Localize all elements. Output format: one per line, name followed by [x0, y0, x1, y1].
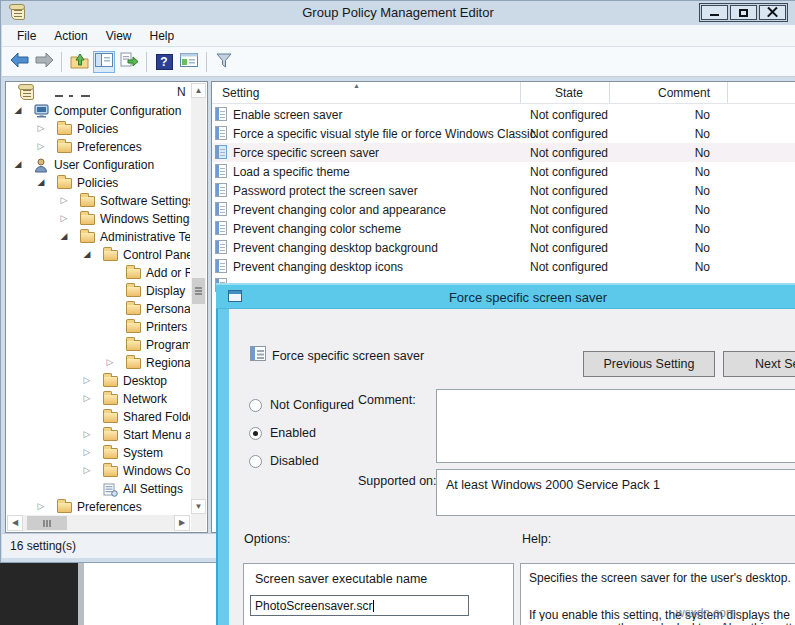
expander-collapsed-icon[interactable]: ▷ [82, 465, 92, 475]
vertical-scroll-thumb[interactable] [192, 278, 205, 304]
back-button[interactable] [8, 51, 30, 73]
column-divider[interactable] [727, 82, 728, 103]
tree-item-preferences[interactable]: ▷Preferences [7, 498, 190, 514]
menu-view[interactable]: View [97, 27, 141, 45]
table-row[interactable]: Prevent changing color schemeNot configu… [212, 219, 795, 238]
column-header-setting[interactable]: Setting [222, 86, 259, 100]
tree-vertical-scrollbar[interactable]: ▲ ▼ [191, 83, 206, 514]
tree-item-administrative-te[interactable]: ◢Administrative Te [7, 228, 190, 246]
scroll-left-arrow-icon[interactable]: ◀ [7, 515, 23, 531]
state-cell: Not configured [530, 184, 608, 198]
forward-button[interactable] [33, 51, 55, 73]
show-window-button[interactable] [178, 51, 200, 73]
policy-setting-icon [215, 107, 227, 121]
comment-cell: No [652, 165, 710, 179]
tree-root-node-clipped[interactable]: N [7, 84, 190, 101]
tree-item-windows-settings[interactable]: ▷Windows Settings [7, 210, 190, 228]
help-button[interactable]: ? [153, 51, 175, 73]
column-header-comment[interactable]: Comment [652, 86, 710, 100]
menu-file[interactable]: File [8, 27, 45, 45]
expander-collapsed-icon[interactable]: ▷ [82, 393, 92, 403]
tree-item-start-menu-an[interactable]: ▷Start Menu an [7, 426, 190, 444]
tree-item-system[interactable]: ▷System [7, 444, 190, 462]
console-tree-pane: N ◢Computer Configuration▷Policies▷Prefe… [5, 81, 208, 533]
expander-expanded-icon[interactable]: ◢ [13, 159, 23, 169]
menu-help[interactable]: Help [141, 27, 184, 45]
column-header-state[interactable]: State [555, 86, 583, 100]
tree-item-shared-folder[interactable]: Shared Folder [7, 408, 190, 426]
up-one-level-button[interactable] [68, 51, 90, 73]
expander-collapsed-icon[interactable]: ▷ [105, 357, 115, 367]
table-row[interactable]: Enable screen saverNot configuredNo [212, 105, 795, 124]
tree-item-printers[interactable]: Printers [7, 318, 190, 336]
table-row[interactable]: Prevent changing desktop iconsNot config… [212, 257, 795, 276]
expander-collapsed-icon[interactable]: ▷ [59, 213, 69, 223]
table-row[interactable]: Prevent changing color and appearanceNot… [212, 200, 795, 219]
expander-collapsed-icon[interactable]: ▷ [36, 123, 46, 133]
force-screen-saver-dialog: Force specific screen saver Force specif… [216, 283, 795, 625]
table-row[interactable]: Force specific screen saverNot configure… [212, 143, 795, 162]
expander-collapsed-icon[interactable]: ▷ [82, 375, 92, 385]
radio-enabled[interactable]: Enabled [249, 425, 316, 441]
tree-item-label: Policies [77, 122, 118, 136]
tree-item-all-settings[interactable]: All Settings [7, 480, 190, 498]
export-list-button[interactable] [118, 51, 140, 73]
tree-item-add-or-re[interactable]: Add or Re [7, 264, 190, 282]
tree-item-network[interactable]: ▷Network [7, 390, 190, 408]
tree-item-display[interactable]: Display [7, 282, 190, 300]
help-panel[interactable]: Specifies the screen saver for the user'… [520, 563, 795, 625]
radio-not-configured[interactable]: Not Configured [249, 397, 354, 413]
tree-item-software-settings[interactable]: ▷Software Settings [7, 192, 190, 210]
tree-item-computer-configuration[interactable]: ◢Computer Configuration [7, 102, 190, 120]
tree-item-regional-a[interactable]: ▷Regional a [7, 354, 190, 372]
minimize-button[interactable] [701, 5, 728, 20]
column-divider[interactable] [520, 82, 521, 103]
expander-collapsed-icon[interactable]: ▷ [36, 501, 46, 511]
tree-item-policies[interactable]: ◢Policies [7, 174, 190, 192]
title-bar[interactable]: Group Policy Management Editor [1, 1, 795, 25]
radio-button-icon[interactable] [249, 427, 262, 440]
tree-item-windows-con[interactable]: ▷Windows Con [7, 462, 190, 480]
comment-textarea[interactable] [436, 389, 795, 463]
dialog-title-bar[interactable]: Force specific screen saver [216, 285, 795, 309]
table-row[interactable]: Prevent changing desktop backgroundNot c… [212, 238, 795, 257]
expander-expanded-icon[interactable]: ◢ [59, 231, 69, 241]
tree-item-user-configuration[interactable]: ◢User Configuration [7, 156, 190, 174]
tree-item-desktop[interactable]: ▷Desktop [7, 372, 190, 390]
table-row[interactable]: Load a specific themeNot configuredNo [212, 162, 795, 181]
maximize-button[interactable] [730, 5, 757, 20]
expander-expanded-icon[interactable]: ◢ [82, 249, 92, 259]
tree-item-control-panel[interactable]: ◢Control Panel [7, 246, 190, 264]
state-cell: Not configured [530, 146, 608, 160]
column-divider[interactable] [609, 82, 610, 103]
tree-horizontal-scrollbar[interactable]: ◀ ▶ [7, 515, 190, 531]
tree-item-preferences[interactable]: ▷Preferences [7, 138, 190, 156]
tree-item-programs[interactable]: Programs [7, 336, 190, 354]
screensaver-executable-input[interactable]: PhotoScreensaver.scr [250, 595, 469, 616]
next-setting-button[interactable]: Next Setting [723, 351, 795, 377]
back-arrow-icon [9, 52, 30, 71]
expander-collapsed-icon[interactable]: ▷ [82, 429, 92, 439]
close-button[interactable] [759, 5, 786, 20]
radio-disabled[interactable]: Disabled [249, 453, 319, 469]
tree-item-personaliz[interactable]: Personaliz [7, 300, 190, 318]
tree-item-policies[interactable]: ▷Policies [7, 120, 190, 138]
show-console-tree-button[interactable] [93, 51, 115, 73]
scroll-right-arrow-icon[interactable]: ▶ [174, 515, 190, 531]
menu-action[interactable]: Action [45, 27, 96, 45]
table-row[interactable]: Password protect the screen saverNot con… [212, 181, 795, 200]
expander-collapsed-icon[interactable]: ▷ [59, 195, 69, 205]
scroll-up-arrow-icon[interactable]: ▲ [191, 83, 206, 98]
expander-collapsed-icon[interactable]: ▷ [82, 447, 92, 457]
previous-setting-button[interactable]: Previous Setting [583, 351, 715, 377]
expander-collapsed-icon[interactable]: ▷ [36, 141, 46, 151]
table-row[interactable]: Force a specific visual style file or fo… [212, 124, 795, 143]
folder-icon [57, 140, 72, 153]
expander-expanded-icon[interactable]: ◢ [13, 105, 23, 115]
radio-button-icon[interactable] [249, 455, 262, 468]
horizontal-scroll-thumb[interactable] [27, 516, 67, 530]
scroll-down-arrow-icon[interactable]: ▼ [191, 499, 206, 514]
filter-button[interactable] [213, 51, 235, 73]
radio-button-icon[interactable] [249, 399, 262, 412]
expander-expanded-icon[interactable]: ◢ [36, 177, 46, 187]
